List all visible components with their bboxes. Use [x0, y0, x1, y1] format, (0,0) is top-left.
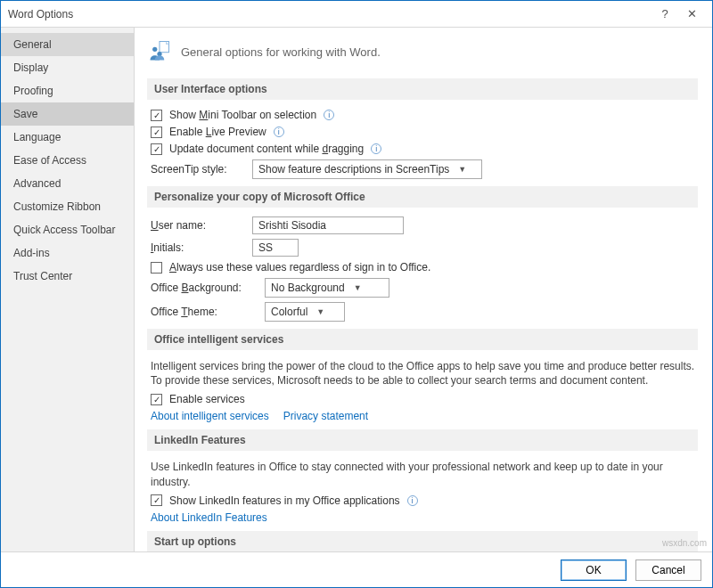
- input-initials[interactable]: [252, 239, 299, 257]
- sidebar-item-language[interactable]: Language: [1, 126, 134, 149]
- label-show-mini-toolbar: Show Mini Toolbar on selection: [169, 109, 316, 121]
- info-icon[interactable]: i: [324, 110, 334, 120]
- select-office-background[interactable]: No Background▼: [265, 278, 389, 298]
- dialog-body: General Display Proofing Save Language E…: [1, 28, 712, 551]
- chevron-down-icon: ▼: [354, 283, 362, 292]
- label-enable-live-preview: Enable Live Preview: [169, 126, 266, 138]
- titlebar: Word Options ? ✕: [1, 1, 712, 28]
- info-icon[interactable]: i: [274, 127, 284, 137]
- cancel-button[interactable]: Cancel: [635, 559, 701, 581]
- label-office-theme: Office Theme:: [151, 306, 258, 318]
- section-startup: Start up options: [147, 531, 698, 551]
- checkbox-always-use-values[interactable]: [151, 262, 162, 274]
- section-personalize: Personalize your copy of Microsoft Offic…: [147, 186, 698, 208]
- sidebar-item-advanced[interactable]: Advanced: [1, 172, 134, 195]
- svg-point-1: [152, 47, 157, 52]
- label-update-dragging: Update document content while dragging: [169, 143, 364, 155]
- link-about-linkedin[interactable]: About LinkedIn Features: [151, 511, 267, 524]
- dialog-footer: OK Cancel: [1, 551, 712, 587]
- sidebar-item-trust-center[interactable]: Trust Center: [1, 265, 134, 288]
- svg-rect-0: [160, 42, 169, 53]
- select-office-theme[interactable]: Colorful▼: [265, 302, 345, 322]
- link-privacy-statement[interactable]: Privacy statement: [283, 410, 368, 422]
- word-options-window: Word Options ? ✕ General Display Proofin…: [0, 0, 713, 588]
- label-initials: Initials:: [151, 241, 245, 254]
- sidebar-item-proofing[interactable]: Proofing: [1, 79, 134, 102]
- close-button[interactable]: ✕: [678, 7, 705, 20]
- chevron-down-icon: ▼: [316, 307, 324, 316]
- general-options-icon: [147, 38, 172, 66]
- sidebar-item-general[interactable]: General: [1, 33, 134, 56]
- checkbox-enable-live-preview[interactable]: ✓: [151, 127, 162, 138]
- input-username[interactable]: [252, 216, 404, 234]
- page-header: General options for working with Word.: [147, 38, 698, 66]
- category-sidebar: General Display Proofing Save Language E…: [1, 28, 135, 551]
- sidebar-item-display[interactable]: Display: [1, 56, 134, 79]
- sidebar-item-customize-ribbon[interactable]: Customize Ribbon: [1, 195, 134, 218]
- label-enable-services: Enable services: [169, 393, 245, 405]
- link-about-intelligent-services[interactable]: About intelligent services: [151, 410, 269, 422]
- info-icon[interactable]: i: [371, 143, 381, 154]
- sidebar-item-quick-access-toolbar[interactable]: Quick Access Toolbar: [1, 218, 134, 241]
- checkbox-update-dragging[interactable]: ✓: [151, 143, 162, 155]
- chevron-down-icon: ▼: [458, 165, 466, 174]
- label-username: User name:: [151, 219, 245, 232]
- label-screentip-style: ScreenTip style:: [151, 163, 245, 176]
- content-panel: General options for working with Word. U…: [135, 28, 712, 551]
- sidebar-item-save[interactable]: Save: [1, 102, 134, 126]
- ok-button[interactable]: OK: [561, 559, 627, 581]
- label-always-use-values: Always use these values regardless of si…: [169, 261, 430, 274]
- checkbox-enable-services[interactable]: ✓: [151, 394, 162, 405]
- watermark-text: wsxdn.com: [662, 538, 707, 548]
- info-icon[interactable]: i: [407, 495, 418, 506]
- window-title: Word Options: [8, 8, 652, 20]
- label-office-background: Office Background:: [151, 282, 258, 294]
- sidebar-item-add-ins[interactable]: Add-ins: [1, 241, 134, 265]
- label-show-linkedin: Show LinkedIn features in my Office appl…: [169, 494, 400, 507]
- sidebar-item-ease-of-access[interactable]: Ease of Access: [1, 149, 134, 172]
- linkedin-desc: Use LinkedIn features in Office to stay …: [151, 460, 698, 488]
- intelligent-services-desc: Intelligent services bring the power of …: [151, 359, 698, 388]
- checkbox-show-mini-toolbar[interactable]: ✓: [151, 110, 162, 121]
- page-header-text: General options for working with Word.: [181, 45, 381, 59]
- checkbox-show-linkedin[interactable]: ✓: [151, 494, 162, 506]
- section-linkedin: LinkedIn Features: [147, 429, 698, 451]
- section-intelligent-services: Office intelligent services: [147, 329, 698, 350]
- section-ui-options: User Interface options: [147, 78, 698, 100]
- select-screentip-style[interactable]: Show feature descriptions in ScreenTips▼: [252, 159, 482, 179]
- help-button[interactable]: ?: [652, 7, 678, 20]
